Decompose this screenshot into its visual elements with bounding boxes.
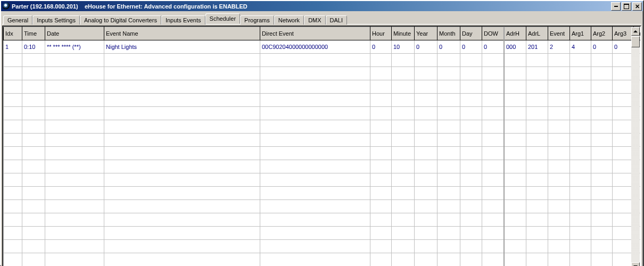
col-header-hour[interactable]: Hour (370, 27, 392, 40)
col-header-idx[interactable]: Idx (4, 27, 22, 40)
cell-adrl[interactable]: 201 (526, 40, 548, 54)
table-row-empty[interactable] (4, 227, 641, 240)
cell-day[interactable]: 0 (460, 40, 482, 54)
grid-viewport: IdxTimeDateEvent NameDirect EventHourMin… (3, 27, 640, 266)
maximize-button[interactable] (622, 2, 631, 11)
col-header-adrh[interactable]: AdrH (504, 27, 526, 40)
table-row-empty[interactable] (4, 240, 641, 253)
col-header-time[interactable]: Time (22, 27, 45, 40)
cell-directevent[interactable]: 00C90204000000000000 (260, 40, 370, 54)
minimize-button[interactable] (611, 2, 621, 11)
cell-arg3[interactable]: 0 (613, 40, 634, 54)
table-header-row: IdxTimeDateEvent NameDirect EventHourMin… (4, 27, 641, 40)
cell-minute[interactable]: 10 (392, 40, 415, 54)
col-header-minute[interactable]: Minute (392, 27, 415, 40)
cell-dow[interactable]: 0 (482, 40, 505, 54)
col-header-date[interactable]: Date (45, 27, 104, 40)
vertical-scrollbar[interactable] (631, 27, 640, 266)
table-row[interactable]: 10:10** *** **** (**)Night Lights00C9020… (4, 40, 641, 54)
app-icon (3, 3, 10, 10)
client-area: GeneralInputs SettingsAnalog to Digital … (1, 11, 643, 266)
table-row-empty[interactable] (4, 213, 641, 227)
cell-arg2[interactable]: 0 (591, 40, 613, 54)
col-header-month[interactable]: Month (437, 27, 460, 40)
table-row-empty[interactable] (4, 173, 641, 187)
tab-inputs-settings[interactable]: Inputs Settings (32, 15, 80, 24)
table-row-empty[interactable] (4, 253, 641, 267)
scroll-up-button[interactable] (631, 27, 640, 36)
table-row-empty[interactable] (4, 107, 641, 120)
cell-month[interactable]: 0 (437, 40, 460, 54)
col-header-eventname[interactable]: Event Name (104, 27, 260, 40)
window-title: Parter (192.168.000.201) eHouse for Ethe… (12, 3, 247, 10)
scheduler-table[interactable]: IdxTimeDateEvent NameDirect EventHourMin… (3, 27, 640, 266)
arrow-up-icon (633, 30, 638, 32)
cell-time[interactable]: 0:10 (22, 40, 45, 54)
scroll-down-button[interactable] (631, 262, 640, 266)
col-header-adrl[interactable]: AdrL (526, 27, 548, 40)
col-header-arg3[interactable]: Arg3 (613, 27, 634, 40)
table-row-empty[interactable] (4, 160, 641, 173)
tab-general[interactable]: General (3, 15, 32, 24)
table-row-empty[interactable] (4, 147, 641, 160)
table-row-empty[interactable] (4, 94, 641, 107)
cell-adrh[interactable]: 000 (504, 40, 526, 54)
tab-inputs-events[interactable]: Inputs Events (161, 15, 205, 24)
table-row-empty[interactable] (4, 54, 641, 67)
close-icon: ✕ (635, 4, 640, 9)
table-row-empty[interactable] (4, 134, 641, 147)
col-header-event[interactable]: Event (548, 27, 570, 40)
tab-network[interactable]: Network (274, 15, 304, 24)
scheduler-table-panel: IdxTimeDateEvent NameDirect EventHourMin… (2, 26, 641, 266)
cell-eventname[interactable]: Night Lights (104, 40, 260, 54)
cell-date[interactable]: ** *** **** (**) (45, 40, 104, 54)
table-row-empty[interactable] (4, 120, 641, 134)
table-row-empty[interactable] (4, 187, 641, 200)
maximize-icon (624, 4, 629, 9)
tab-strip: GeneralInputs SettingsAnalog to Digital … (1, 11, 642, 24)
col-header-dow[interactable]: DOW (482, 27, 505, 40)
table-row-empty[interactable] (4, 200, 641, 213)
col-header-year[interactable]: Year (415, 27, 437, 40)
col-header-directevent[interactable]: Direct Event (260, 27, 370, 40)
close-button[interactable]: ✕ (632, 2, 642, 11)
minimize-icon (614, 6, 618, 7)
table-row-empty[interactable] (4, 80, 641, 94)
cell-hour[interactable]: 0 (370, 40, 392, 54)
col-header-day[interactable]: Day (460, 27, 482, 40)
cell-event[interactable]: 2 (548, 40, 570, 54)
tab-dmx[interactable]: DMX (304, 15, 325, 24)
tab-analog-to-digital-converters[interactable]: Analog to Digital Converters (80, 15, 161, 24)
table-row-empty[interactable] (4, 67, 641, 80)
title-bar[interactable]: Parter (192.168.000.201) eHouse for Ethe… (1, 1, 643, 11)
cell-idx[interactable]: 1 (4, 40, 22, 54)
vscroll-track[interactable] (631, 36, 640, 262)
col-header-arg2[interactable]: Arg2 (591, 27, 613, 40)
app-window: Parter (192.168.000.201) eHouse for Ethe… (0, 0, 644, 266)
tab-programs[interactable]: Programs (240, 15, 274, 24)
tab-dali[interactable]: DALI (326, 15, 347, 24)
tab-scheduler[interactable]: Scheduler (205, 13, 241, 24)
cell-year[interactable]: 0 (415, 40, 437, 54)
cell-arg1[interactable]: 4 (570, 40, 591, 54)
vscroll-thumb[interactable] (631, 36, 640, 47)
col-header-arg1[interactable]: Arg1 (570, 27, 591, 40)
